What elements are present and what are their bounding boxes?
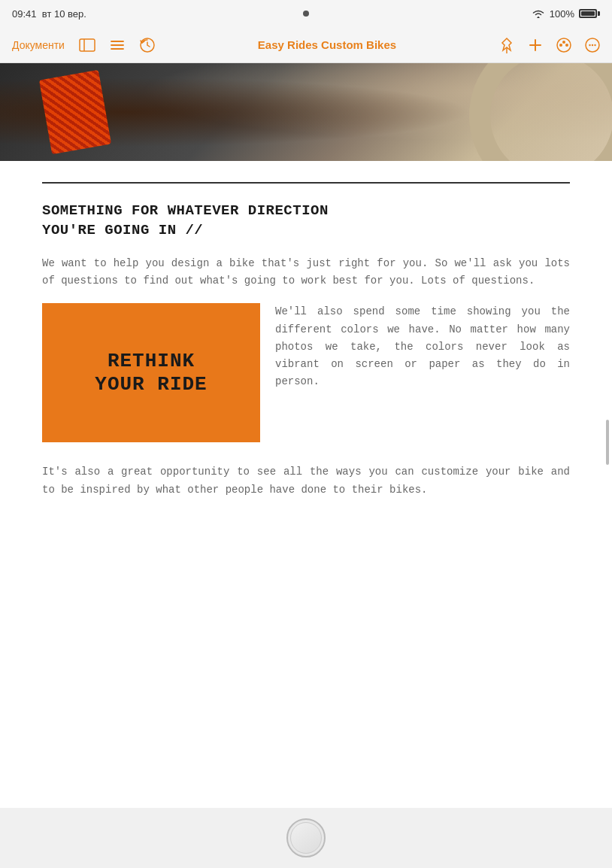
- svg-point-16: [594, 44, 595, 45]
- home-area: [0, 808, 612, 868]
- battery-label: 100%: [550, 8, 574, 20]
- toolbar-right-actions: [496, 35, 603, 56]
- home-button[interactable]: [286, 818, 326, 857]
- svg-point-14: [589, 44, 590, 45]
- history-icon[interactable]: [137, 35, 158, 56]
- share-icon[interactable]: [553, 35, 574, 56]
- paragraph-1a: We want to help you design a bike that's…: [42, 255, 570, 290]
- status-right: 100%: [532, 8, 600, 20]
- section-heading: SOMETHING FOR WHATEVER DIRECTION YOU'RE …: [42, 202, 570, 240]
- hero-image: [0, 63, 612, 161]
- pin-icon[interactable]: [496, 35, 517, 56]
- svg-point-11: [565, 44, 568, 47]
- toolbar: Документи Easy Rides Custom Bikes: [0, 27, 612, 63]
- camera-dot: [303, 11, 309, 17]
- svg-point-15: [592, 44, 593, 45]
- document-content: SOMETHING FOR WHATEVER DIRECTION YOU'RE …: [0, 161, 612, 808]
- promo-box: RETHINK YOUR RIDE: [42, 303, 260, 442]
- documents-button[interactable]: Документи: [9, 36, 68, 54]
- svg-rect-0: [80, 39, 95, 51]
- device-frame: 09:41 вт 10 вер. 100% Документи: [0, 0, 612, 868]
- home-button-inner: [290, 822, 322, 854]
- promo-text: RETHINK YOUR RIDE: [95, 350, 207, 396]
- battery-icon: [579, 9, 600, 18]
- svg-point-9: [557, 38, 571, 52]
- wheel-decoration: [469, 63, 612, 161]
- add-icon[interactable]: [525, 35, 546, 56]
- document-title: Easy Rides Custom Bikes: [167, 38, 487, 51]
- text-float-block: We want to help you design a bike that's…: [42, 255, 570, 450]
- wifi-icon: [532, 8, 545, 19]
- paragraph-2: It's also a great opportunity to see all…: [42, 463, 570, 498]
- chain-decoration: [39, 70, 111, 154]
- more-options-icon[interactable]: [582, 35, 603, 56]
- status-time-date: 09:41 вт 10 вер.: [12, 8, 86, 20]
- svg-point-10: [559, 44, 562, 47]
- status-bar: 09:41 вт 10 вер. 100%: [0, 0, 612, 27]
- svg-point-12: [562, 41, 565, 44]
- sidebar-toggle-icon[interactable]: [77, 35, 98, 56]
- divider: [42, 182, 570, 184]
- scrollbar[interactable]: [606, 420, 609, 465]
- list-view-icon[interactable]: [107, 35, 128, 56]
